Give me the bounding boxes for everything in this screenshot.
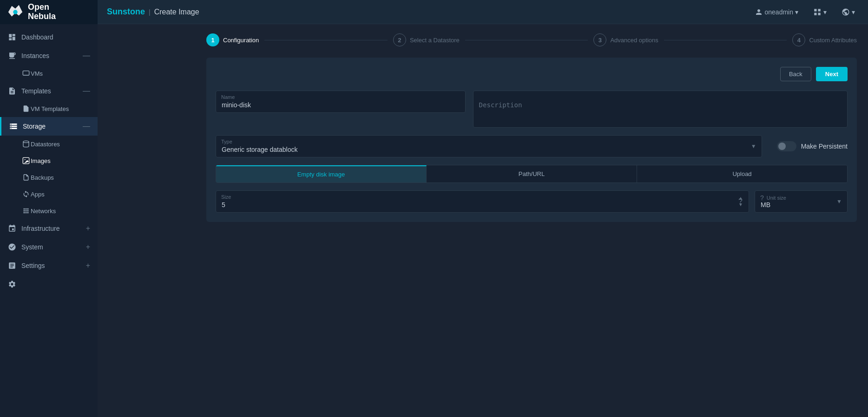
sidebar-item-label-vm-templates: VM Templates bbox=[31, 105, 69, 112]
step-4-label: Custom Attributes bbox=[809, 37, 857, 44]
size-input-group: Size ▲ ▼ ? bbox=[216, 190, 749, 213]
sidebar-item-label-storage: Storage bbox=[23, 123, 78, 130]
next-button[interactable]: Next bbox=[816, 67, 848, 81]
sidebar-item-apps[interactable]: Networks bbox=[0, 202, 98, 219]
sidebar-item-instances[interactable]: Instances — bbox=[0, 46, 98, 65]
size-row: Size ▲ ▼ ? ? Unit size MB GB TB ▼ bbox=[216, 190, 848, 213]
disk-type-tabs: Empty disk image Path/URL Upload bbox=[216, 165, 848, 183]
sidebar-toggle-button[interactable]: ‹ bbox=[177, 7, 190, 20]
system-expand-icon[interactable]: + bbox=[86, 261, 90, 270]
sidebar-item-dashboard[interactable]: Dashboard bbox=[0, 28, 98, 46]
dashboard-icon bbox=[7, 33, 17, 42]
name-field-group: Name bbox=[216, 91, 466, 128]
storage-collapse-icon[interactable]: — bbox=[83, 122, 90, 130]
templates-icon bbox=[7, 86, 17, 96]
step-line-2-3 bbox=[465, 40, 588, 40]
size-label: Size bbox=[221, 194, 231, 200]
sidebar-nav: Dashboard Instances — VMs Templates — bbox=[0, 24, 98, 417]
sidebar-item-label-dashboard: Dashboard bbox=[21, 33, 90, 41]
stepper: 1 Configuration 2 Select a Datastore 3 A… bbox=[206, 33, 857, 46]
sidebar-item-label-instances: Instances bbox=[21, 52, 78, 59]
sidebar-item-networks[interactable]: Infrastructure + bbox=[0, 219, 98, 238]
sidebar-item-backups[interactable]: Apps bbox=[0, 186, 98, 202]
sidebar-item-storage[interactable]: Storage — bbox=[0, 117, 98, 136]
user-icon bbox=[755, 8, 763, 16]
type-select[interactable]: Generic storage datablock OS CDROM Datab… bbox=[216, 135, 762, 157]
sidebar-item-datastores[interactable]: Datastores bbox=[0, 136, 98, 152]
system-icon bbox=[7, 261, 17, 270]
type-persistent-row: Type Generic storage datablock OS CDROM … bbox=[216, 135, 848, 157]
step-3-number: 3 bbox=[598, 37, 602, 44]
step-1: 1 Configuration bbox=[206, 33, 259, 46]
language-menu-button[interactable]: ▾ bbox=[838, 6, 859, 18]
name-input[interactable] bbox=[216, 91, 466, 113]
type-field-group: Type Generic storage datablock OS CDROM … bbox=[216, 135, 762, 157]
topbar-right: oneadmin ▾ ▾ ▾ bbox=[751, 6, 859, 18]
title-separator: | bbox=[149, 8, 151, 16]
user-caret-icon: ▾ bbox=[795, 8, 798, 16]
svg-rect-2 bbox=[23, 71, 29, 75]
sidebar-item-vms[interactable]: VMs bbox=[0, 65, 98, 82]
step-2: 2 Select a Datastore bbox=[393, 33, 460, 46]
make-persistent-toggle[interactable] bbox=[777, 141, 796, 151]
svg-point-1 bbox=[13, 10, 18, 14]
infra-icon bbox=[7, 242, 17, 252]
file-icon bbox=[21, 173, 31, 182]
back-button[interactable]: Back bbox=[780, 67, 811, 81]
sidebar-item-templates[interactable]: Templates — bbox=[0, 82, 98, 100]
form-actions: Back Next bbox=[216, 67, 848, 81]
globe-caret-icon: ▾ bbox=[852, 8, 855, 16]
sidebar-item-system[interactable]: Settings + bbox=[0, 256, 98, 275]
globe-icon bbox=[842, 8, 850, 16]
sidebar-item-label-templates: Templates bbox=[21, 87, 78, 95]
sidebar-item-label-datastores: Datastores bbox=[31, 141, 60, 148]
sidebar-item-vm-templates[interactable]: VM Templates bbox=[0, 100, 98, 117]
name-description-row: Name bbox=[216, 91, 848, 128]
image-icon bbox=[21, 156, 31, 165]
storage-submenu: Datastores Images Backups Apps bbox=[0, 136, 98, 219]
sidebar-item-label-images: Images bbox=[31, 157, 51, 164]
size-help-icon[interactable]: ? bbox=[738, 197, 743, 206]
sidebar-item-settings[interactable] bbox=[0, 275, 98, 293]
backup-icon bbox=[21, 189, 31, 199]
step-line-1-2 bbox=[264, 40, 388, 40]
templates-submenu: VM Templates bbox=[0, 100, 98, 117]
step-4: 4 Custom Attributes bbox=[792, 33, 857, 46]
sidebar-item-infrastructure[interactable]: System + bbox=[0, 238, 98, 256]
vm-icon bbox=[21, 69, 31, 78]
grid-caret-icon: ▾ bbox=[823, 8, 827, 16]
sidebar-item-label-networks: Infrastructure bbox=[21, 225, 81, 232]
description-input[interactable] bbox=[473, 91, 848, 128]
make-persistent-label: Make Persistent bbox=[801, 143, 848, 150]
description-field-group bbox=[473, 91, 848, 128]
grid-menu-button[interactable]: ▾ bbox=[809, 6, 830, 18]
sidebar-item-files[interactable]: Backups bbox=[0, 169, 98, 186]
networks-expand-icon[interactable]: + bbox=[86, 224, 90, 233]
step-3-circle: 3 bbox=[593, 33, 606, 46]
tab-path-url[interactable]: Path/URL bbox=[427, 165, 637, 182]
instances-collapse-icon[interactable]: — bbox=[83, 52, 90, 60]
sidebar-item-label-vms: VMs bbox=[31, 70, 43, 77]
type-select-wrapper: Generic storage datablock OS CDROM Datab… bbox=[216, 135, 762, 157]
templates-collapse-icon[interactable]: — bbox=[83, 87, 90, 95]
step-4-circle: 4 bbox=[792, 33, 805, 46]
step-2-number: 2 bbox=[398, 37, 401, 44]
size-input[interactable] bbox=[216, 190, 749, 213]
grid-icon bbox=[813, 8, 822, 16]
step-2-circle: 2 bbox=[393, 33, 406, 46]
step-1-circle: 1 bbox=[206, 33, 219, 46]
instances-submenu: VMs bbox=[0, 65, 98, 82]
sidebar-item-images[interactable]: Images bbox=[0, 152, 98, 169]
sidebar-item-label-files: Backups bbox=[31, 174, 54, 181]
tab-upload[interactable]: Upload bbox=[637, 165, 847, 182]
topbar: ‹ Sunstone | Create Image oneadmin ▾ ▾ ▾ bbox=[98, 0, 868, 24]
logo: OpenNebula bbox=[0, 0, 98, 24]
infra-expand-icon[interactable]: + bbox=[86, 243, 90, 251]
user-menu-button[interactable]: oneadmin ▾ bbox=[751, 6, 802, 18]
app-title: Sunstone bbox=[107, 7, 145, 17]
unit-size-group: ? Unit size MB GB TB ▼ bbox=[755, 190, 848, 213]
tab-empty-disk[interactable]: Empty disk image bbox=[216, 165, 427, 182]
username: oneadmin bbox=[765, 8, 794, 16]
sidebar-item-label-infrastructure: System bbox=[21, 243, 81, 251]
storage-icon bbox=[9, 122, 18, 131]
